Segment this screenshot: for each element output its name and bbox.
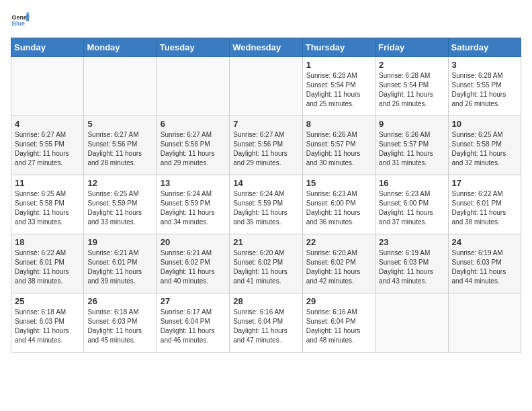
day-info: Sunrise: 6:27 AM Sunset: 5:56 PM Dayligh… [161, 130, 226, 168]
day-info: Sunrise: 6:18 AM Sunset: 6:03 PM Dayligh… [87, 308, 152, 345]
day-info: Sunrise: 6:28 AM Sunset: 5:54 PM Dayligh… [306, 71, 371, 109]
header-cell-thursday: Thursday [302, 38, 375, 57]
day-number: 17 [452, 178, 517, 188]
header-cell-wednesday: Wednesday [230, 38, 302, 57]
logo: General Blue [11, 11, 30, 30]
calendar-cell: 29Sunrise: 6:16 AM Sunset: 6:04 PM Dayli… [302, 293, 375, 353]
week-row-3: 11Sunrise: 6:25 AM Sunset: 5:58 PM Dayli… [11, 175, 521, 234]
calendar-cell: 11Sunrise: 6:25 AM Sunset: 5:58 PM Dayli… [11, 175, 84, 234]
calendar-cell: 14Sunrise: 6:24 AM Sunset: 5:59 PM Dayli… [230, 175, 302, 234]
calendar-header: SundayMondayTuesdayWednesdayThursdayFrid… [11, 38, 521, 57]
day-number: 6 [161, 119, 226, 129]
day-info: Sunrise: 6:27 AM Sunset: 5:55 PM Dayligh… [15, 130, 80, 168]
header-row: SundayMondayTuesdayWednesdayThursdayFrid… [11, 38, 521, 57]
day-number: 3 [452, 60, 517, 70]
day-info: Sunrise: 6:27 AM Sunset: 5:56 PM Dayligh… [87, 130, 152, 168]
calendar-cell: 13Sunrise: 6:24 AM Sunset: 5:59 PM Dayli… [157, 175, 229, 234]
day-number: 21 [233, 237, 298, 247]
calendar-cell [448, 293, 521, 353]
week-row-2: 4Sunrise: 6:27 AM Sunset: 5:55 PM Daylig… [11, 116, 521, 175]
header-cell-sunday: Sunday [11, 38, 84, 57]
day-number: 1 [306, 60, 371, 70]
calendar-cell: 1Sunrise: 6:28 AM Sunset: 5:54 PM Daylig… [302, 57, 375, 116]
day-info: Sunrise: 6:25 AM Sunset: 5:59 PM Dayligh… [87, 189, 152, 227]
calendar-cell [157, 57, 229, 116]
day-info: Sunrise: 6:23 AM Sunset: 6:00 PM Dayligh… [306, 189, 371, 227]
header-cell-friday: Friday [375, 38, 448, 57]
day-number: 12 [87, 178, 152, 188]
day-number: 19 [87, 237, 152, 247]
calendar-cell: 7Sunrise: 6:27 AM Sunset: 5:56 PM Daylig… [230, 116, 302, 175]
page-header: General Blue [11, 11, 521, 30]
day-number: 7 [233, 119, 298, 129]
day-info: Sunrise: 6:26 AM Sunset: 5:57 PM Dayligh… [306, 130, 371, 168]
calendar-cell: 12Sunrise: 6:25 AM Sunset: 5:59 PM Dayli… [84, 175, 157, 234]
calendar-cell: 22Sunrise: 6:20 AM Sunset: 6:02 PM Dayli… [302, 234, 375, 293]
calendar-table: SundayMondayTuesdayWednesdayThursdayFrid… [11, 38, 521, 353]
calendar-cell: 20Sunrise: 6:21 AM Sunset: 6:02 PM Dayli… [157, 234, 229, 293]
day-number: 18 [15, 237, 80, 247]
calendar-cell: 21Sunrise: 6:20 AM Sunset: 6:02 PM Dayli… [230, 234, 302, 293]
header-cell-monday: Monday [84, 38, 157, 57]
day-info: Sunrise: 6:26 AM Sunset: 5:57 PM Dayligh… [379, 130, 444, 168]
day-info: Sunrise: 6:21 AM Sunset: 6:02 PM Dayligh… [161, 248, 226, 286]
calendar-cell: 9Sunrise: 6:26 AM Sunset: 5:57 PM Daylig… [375, 116, 448, 175]
calendar-cell [11, 57, 84, 116]
svg-marker-2 [26, 11, 30, 14]
day-info: Sunrise: 6:28 AM Sunset: 5:54 PM Dayligh… [379, 71, 444, 109]
calendar-cell: 2Sunrise: 6:28 AM Sunset: 5:54 PM Daylig… [375, 57, 448, 116]
day-number: 27 [161, 296, 226, 306]
day-number: 15 [306, 178, 371, 188]
day-info: Sunrise: 6:25 AM Sunset: 5:58 PM Dayligh… [15, 189, 80, 227]
calendar-cell: 4Sunrise: 6:27 AM Sunset: 5:55 PM Daylig… [11, 116, 84, 175]
calendar-cell: 17Sunrise: 6:22 AM Sunset: 6:01 PM Dayli… [448, 175, 521, 234]
calendar-cell: 10Sunrise: 6:25 AM Sunset: 5:58 PM Dayli… [448, 116, 521, 175]
day-info: Sunrise: 6:22 AM Sunset: 6:01 PM Dayligh… [15, 248, 80, 286]
day-info: Sunrise: 6:22 AM Sunset: 6:01 PM Dayligh… [452, 189, 517, 227]
generalblue-logo-icon: General Blue [11, 11, 30, 30]
day-info: Sunrise: 6:25 AM Sunset: 5:58 PM Dayligh… [452, 130, 517, 168]
day-number: 4 [15, 119, 80, 129]
day-number: 23 [379, 237, 444, 247]
week-row-4: 18Sunrise: 6:22 AM Sunset: 6:01 PM Dayli… [11, 234, 521, 293]
day-number: 29 [306, 296, 371, 306]
calendar-cell: 24Sunrise: 6:19 AM Sunset: 6:03 PM Dayli… [448, 234, 521, 293]
day-number: 16 [379, 178, 444, 188]
calendar-cell [375, 293, 448, 353]
header-cell-tuesday: Tuesday [157, 38, 229, 57]
day-info: Sunrise: 6:17 AM Sunset: 6:04 PM Dayligh… [161, 308, 226, 345]
calendar-cell: 16Sunrise: 6:23 AM Sunset: 6:00 PM Dayli… [375, 175, 448, 234]
day-number: 14 [233, 178, 298, 188]
calendar-cell: 27Sunrise: 6:17 AM Sunset: 6:04 PM Dayli… [157, 293, 229, 353]
day-number: 25 [15, 296, 80, 306]
day-number: 11 [15, 178, 80, 188]
day-number: 20 [161, 237, 226, 247]
day-number: 10 [452, 119, 517, 129]
day-number: 26 [87, 296, 152, 306]
day-info: Sunrise: 6:23 AM Sunset: 6:00 PM Dayligh… [379, 189, 444, 227]
calendar-body: 1Sunrise: 6:28 AM Sunset: 5:54 PM Daylig… [11, 57, 521, 353]
header-cell-saturday: Saturday [448, 38, 521, 57]
svg-rect-3 [26, 15, 29, 21]
day-number: 24 [452, 237, 517, 247]
calendar-cell: 26Sunrise: 6:18 AM Sunset: 6:03 PM Dayli… [84, 293, 157, 353]
day-info: Sunrise: 6:16 AM Sunset: 6:04 PM Dayligh… [233, 308, 298, 345]
day-info: Sunrise: 6:19 AM Sunset: 6:03 PM Dayligh… [379, 248, 444, 286]
calendar-cell: 19Sunrise: 6:21 AM Sunset: 6:01 PM Dayli… [84, 234, 157, 293]
calendar-cell: 8Sunrise: 6:26 AM Sunset: 5:57 PM Daylig… [302, 116, 375, 175]
day-number: 22 [306, 237, 371, 247]
calendar-cell: 18Sunrise: 6:22 AM Sunset: 6:01 PM Dayli… [11, 234, 84, 293]
calendar-cell: 28Sunrise: 6:16 AM Sunset: 6:04 PM Dayli… [230, 293, 302, 353]
day-info: Sunrise: 6:20 AM Sunset: 6:02 PM Dayligh… [233, 248, 298, 286]
day-number: 2 [379, 60, 444, 70]
day-number: 28 [233, 296, 298, 306]
day-number: 5 [87, 119, 152, 129]
day-info: Sunrise: 6:20 AM Sunset: 6:02 PM Dayligh… [306, 248, 371, 286]
calendar-cell [230, 57, 302, 116]
day-info: Sunrise: 6:27 AM Sunset: 5:56 PM Dayligh… [233, 130, 298, 168]
day-info: Sunrise: 6:24 AM Sunset: 5:59 PM Dayligh… [233, 189, 298, 227]
calendar-cell: 6Sunrise: 6:27 AM Sunset: 5:56 PM Daylig… [157, 116, 229, 175]
day-info: Sunrise: 6:16 AM Sunset: 6:04 PM Dayligh… [306, 308, 371, 345]
day-number: 8 [306, 119, 371, 129]
day-number: 9 [379, 119, 444, 129]
